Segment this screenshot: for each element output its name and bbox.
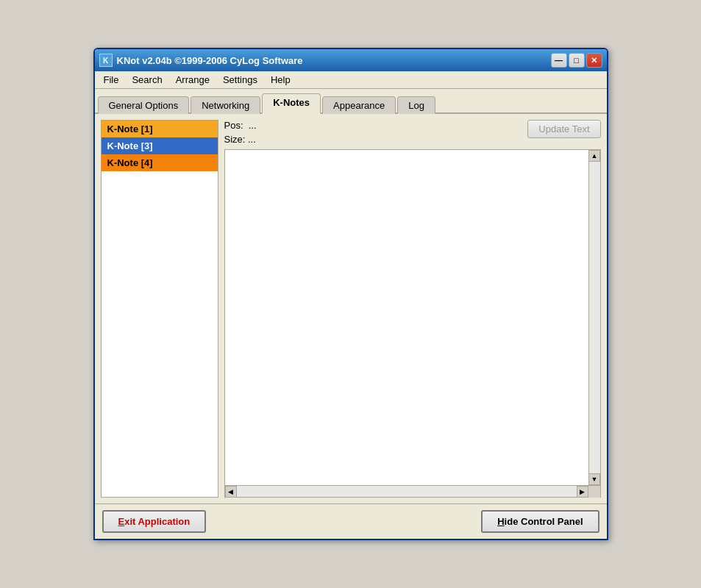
note-info: Pos: ... Size: ... (224, 120, 257, 145)
close-button[interactable]: ✕ (586, 53, 602, 68)
menu-search[interactable]: Search (126, 73, 168, 87)
note-item-4[interactable]: K-Note [4] (102, 154, 218, 171)
note-item-3[interactable]: K-Note [3] (102, 137, 218, 154)
tab-k-notes[interactable]: K-Notes (262, 93, 321, 114)
exit-label: Exit Application (118, 516, 191, 527)
pos-line: Pos: ... (224, 120, 257, 131)
maximize-button[interactable]: □ (569, 53, 585, 68)
menu-bar: File Search Arrange Settings Help (95, 71, 607, 89)
note-detail: Pos: ... Size: ... Update Text ▲ ▼ ◀ (224, 120, 601, 498)
scroll-left-arrow[interactable]: ◀ (225, 486, 237, 498)
menu-settings[interactable]: Settings (217, 73, 263, 87)
title-bar: K KNot v2.04b ©1999-2006 CyLog Software … (95, 49, 607, 71)
text-area-wrapper: ▲ ▼ (224, 149, 601, 486)
scroll-track-h (237, 486, 577, 497)
main-window: K KNot v2.04b ©1999-2006 CyLog Software … (93, 48, 608, 540)
menu-file[interactable]: File (98, 73, 125, 87)
minimize-button[interactable]: — (551, 53, 567, 68)
hide-control-panel-button[interactable]: Hide Control Panel (481, 510, 599, 533)
tab-appearance[interactable]: Appearance (322, 96, 396, 114)
horizontal-scrollbar: ◀ ▶ (224, 486, 601, 498)
scroll-corner (588, 486, 600, 498)
scroll-up-arrow[interactable]: ▲ (588, 150, 600, 162)
app-icon-letter: K (103, 57, 108, 65)
size-line: Size: ... (224, 134, 257, 145)
content-area: K-Note [1] K-Note [3] K-Note [4] Pos: ..… (95, 114, 607, 503)
hide-label: Hide Control Panel (497, 516, 583, 527)
bottom-bar: Exit Application Hide Control Panel (95, 503, 607, 539)
note-text-area[interactable] (225, 150, 600, 485)
title-bar-buttons: — □ ✕ (551, 53, 602, 68)
notes-list: K-Note [1] K-Note [3] K-Note [4] (101, 120, 218, 498)
tab-log[interactable]: Log (397, 96, 435, 114)
title-bar-left: K KNot v2.04b ©1999-2006 CyLog Software (99, 54, 303, 67)
note-info-row: Pos: ... Size: ... Update Text (224, 120, 601, 145)
menu-help[interactable]: Help (265, 73, 296, 87)
tab-bar: General Options Networking K-Notes Appea… (95, 89, 607, 114)
tab-networking[interactable]: Networking (191, 96, 260, 114)
note-item-1[interactable]: K-Note [1] (102, 121, 218, 137)
text-area-container: ▲ ▼ ◀ ▶ (224, 149, 601, 498)
update-text-button[interactable]: Update Text (527, 120, 600, 138)
app-icon: K (99, 54, 113, 67)
scroll-right-arrow[interactable]: ▶ (577, 486, 588, 498)
vertical-scrollbar: ▲ ▼ (588, 150, 600, 485)
tab-general-options[interactable]: General Options (98, 96, 190, 114)
exit-application-button[interactable]: Exit Application (102, 510, 207, 533)
scroll-down-arrow[interactable]: ▼ (588, 473, 600, 485)
size-label: Size: ... (224, 134, 256, 145)
window-title: KNot v2.04b ©1999-2006 CyLog Software (117, 55, 303, 66)
menu-arrange[interactable]: Arrange (170, 73, 216, 87)
pos-label: Pos: ... (224, 120, 257, 131)
